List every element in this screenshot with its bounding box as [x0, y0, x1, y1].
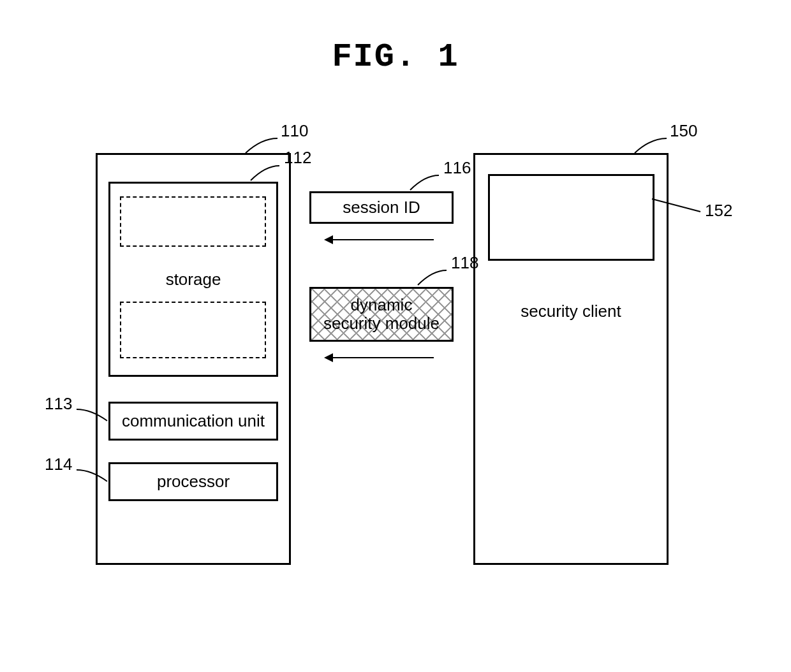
storage-box: storage	[108, 182, 278, 377]
session-id-box: session ID	[309, 191, 454, 224]
lead-110	[242, 137, 281, 156]
security-client-label: security client	[475, 302, 667, 321]
dynamic-label-2: security module	[323, 314, 440, 333]
ref-113: 113	[45, 394, 72, 414]
dynamic-label-1: dynamic	[351, 296, 413, 314]
lead-113	[75, 408, 110, 424]
ref-116: 116	[443, 158, 471, 178]
session-id-label: session ID	[343, 198, 420, 217]
storage-slot-2	[120, 302, 266, 358]
diagram-canvas: storage communication unit processor ses…	[51, 128, 740, 612]
storage-label: storage	[110, 270, 276, 289]
storage-slot-1	[120, 196, 266, 247]
client-inner-box	[488, 174, 654, 261]
arrow-session-id	[325, 239, 434, 240]
processor-label: processor	[157, 472, 230, 492]
ref-114: 114	[45, 455, 72, 474]
client-box: security client	[473, 153, 669, 565]
communication-unit-box: communication unit	[108, 402, 278, 441]
lead-150	[632, 137, 670, 156]
dynamic-security-module-box: dynamic security module	[309, 287, 454, 342]
ref-150: 150	[670, 121, 697, 141]
communication-unit-label: communication unit	[122, 411, 265, 431]
lead-114	[75, 469, 110, 485]
lead-112	[248, 164, 283, 184]
ref-110: 110	[281, 121, 308, 141]
ref-118: 118	[451, 253, 478, 273]
figure-title: FIG. 1	[0, 38, 791, 76]
lead-116	[407, 174, 442, 193]
arrow-dynamic-module	[325, 357, 434, 358]
lead-152	[651, 198, 702, 214]
ref-112: 112	[284, 148, 311, 168]
processor-box: processor	[108, 462, 278, 501]
ref-152: 152	[705, 201, 732, 221]
lead-118	[415, 269, 450, 288]
